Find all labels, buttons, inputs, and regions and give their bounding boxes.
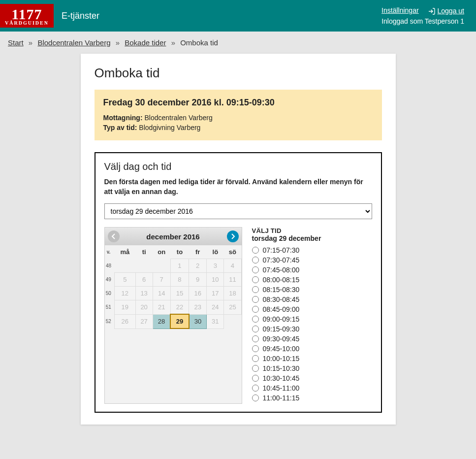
calendar: december 2016 v.måtiontofrlösö 481234495…: [104, 227, 242, 404]
calendar-weekday-header: ti: [135, 245, 153, 259]
time-slot[interactable]: 11:00-11:15: [252, 394, 372, 402]
main-card: Omboka tid Fredag 30 december 2016 kl. 0…: [81, 54, 396, 425]
calendar-day: 2: [189, 259, 207, 273]
calendar-blank: [224, 314, 241, 328]
time-slot-label: 07:15-07:30: [263, 246, 300, 254]
breadcrumb-link[interactable]: Blodcentralen Varberg: [37, 38, 110, 47]
calendar-weekday-header: fr: [189, 245, 207, 259]
calendar-day: 7: [153, 273, 170, 287]
time-slot-radio[interactable]: [252, 306, 259, 313]
time-slot[interactable]: 09:00-09:15: [252, 315, 372, 323]
calendar-weekday-header: on: [153, 245, 170, 259]
time-slot[interactable]: 09:30-09:45: [252, 335, 372, 343]
breadcrumb-current: Omboka tid: [180, 38, 218, 47]
time-slot-label: 08:45-09:00: [263, 305, 300, 313]
time-slot-label: 10:30-10:45: [263, 374, 300, 382]
time-slot-radio[interactable]: [252, 286, 259, 293]
calendar-day: 9: [189, 273, 207, 287]
time-slot[interactable]: 10:15-10:30: [252, 364, 372, 372]
time-slot[interactable]: 07:45-08:00: [252, 266, 372, 274]
time-slot-radio[interactable]: [252, 326, 259, 332]
time-slot-radio[interactable]: [252, 247, 259, 254]
calendar-day: 27: [135, 314, 153, 328]
time-slot-label: 10:15-10:30: [263, 364, 300, 372]
picker-heading: Välj dag och tid: [104, 161, 372, 172]
time-slot[interactable]: 08:15-08:30: [252, 286, 372, 294]
calendar-day: 24: [207, 300, 224, 315]
time-slot-radio[interactable]: [252, 375, 259, 382]
calendar-day: 20: [135, 300, 153, 315]
breadcrumb-link[interactable]: Start: [8, 38, 24, 47]
calendar-day: 21: [153, 300, 170, 315]
time-slot-radio[interactable]: [252, 257, 259, 263]
time-slot-label: 10:00-10:15: [263, 355, 300, 362]
time-slot-radio[interactable]: [252, 316, 259, 323]
time-slot-radio[interactable]: [252, 266, 259, 273]
time-column: VÄLJ TID torsdag 29 december 07:15-07:30…: [252, 227, 372, 404]
calendar-title: december 2016: [146, 232, 199, 241]
time-slot[interactable]: 09:15-09:30: [252, 325, 372, 333]
calendar-week-number: 49: [105, 273, 115, 287]
time-slot[interactable]: 09:45-10:00: [252, 345, 372, 353]
breadcrumb-link[interactable]: Bokade tider: [125, 38, 166, 47]
calendar-weekday-header: må: [115, 245, 136, 259]
calendar-weekday-header: lö: [207, 245, 224, 259]
page-title: Omboka tid: [95, 66, 382, 81]
calendar-weekday-header: to: [170, 245, 189, 259]
time-slot-radio[interactable]: [252, 276, 259, 283]
time-slot-radio[interactable]: [252, 345, 259, 352]
calendar-day: 22: [170, 300, 189, 315]
time-slot[interactable]: 08:45-09:00: [252, 305, 372, 313]
calendar-day: 1: [170, 259, 189, 273]
time-slot-radio[interactable]: [252, 335, 259, 342]
time-slot-label: 09:15-09:30: [263, 325, 300, 333]
time-slot[interactable]: 07:30-07:45: [252, 256, 372, 264]
time-heading: VÄLJ TID: [252, 227, 372, 234]
time-slot[interactable]: 08:00-08:15: [252, 276, 372, 284]
time-slot-radio[interactable]: [252, 385, 259, 392]
logout-icon: [428, 6, 438, 15]
time-slot[interactable]: 10:00-10:15: [252, 355, 372, 362]
appointment-reception: Mottagning: Blodcentralen Varberg: [103, 114, 373, 122]
time-subheading: torsdag 29 december: [252, 234, 372, 242]
chevron-left-icon: [111, 233, 117, 239]
time-slot-radio[interactable]: [252, 355, 259, 362]
time-slot-label: 08:15-08:30: [263, 286, 300, 294]
calendar-table: v.måtiontofrlösö 48123449567891011501213…: [105, 245, 242, 329]
calendar-day[interactable]: 28: [153, 314, 170, 328]
site-header: 1177 VÅRDGUIDEN E-tjänster Inställningar…: [0, 0, 476, 32]
calendar-day: 19: [115, 300, 136, 315]
calendar-week-number: 48: [105, 259, 115, 273]
calendar-day: 26: [115, 314, 136, 328]
calendar-day: 11: [224, 273, 241, 287]
calendar-prev-button: [108, 230, 120, 242]
time-slot-radio[interactable]: [252, 394, 259, 401]
time-list: 07:15-07:3007:30-07:4507:45-08:0008:00-0…: [252, 246, 372, 402]
appointment-datetime: Fredag 30 december 2016 kl. 09:15-09:30: [103, 98, 373, 108]
calendar-header: december 2016: [105, 228, 242, 245]
calendar-day[interactable]: 30: [189, 314, 207, 328]
time-slot[interactable]: 07:15-07:30: [252, 246, 372, 254]
date-select[interactable]: torsdag 29 december 2016: [104, 203, 372, 219]
time-slot[interactable]: 10:45-11:00: [252, 384, 372, 392]
time-slot-label: 09:30-09:45: [263, 335, 300, 343]
chevron-right-icon: [230, 233, 236, 239]
time-slot-radio[interactable]: [252, 365, 259, 372]
calendar-next-button[interactable]: [227, 230, 239, 242]
calendar-day: 31: [207, 314, 224, 328]
calendar-blank: [115, 259, 136, 273]
logout-link[interactable]: Logga ut: [438, 7, 465, 15]
time-slot-label: 09:00-09:15: [263, 315, 300, 323]
site-logo[interactable]: 1177 VÅRDGUIDEN: [0, 4, 54, 28]
calendar-blank: [153, 259, 170, 273]
calendar-day: 16: [189, 287, 207, 300]
calendar-week-number: 50: [105, 287, 115, 300]
time-slot[interactable]: 08:30-08:45: [252, 295, 372, 303]
time-slot-radio[interactable]: [252, 296, 259, 303]
time-slot[interactable]: 10:30-10:45: [252, 374, 372, 382]
calendar-weekday-header: sö: [224, 245, 241, 259]
settings-link[interactable]: Inställningar: [381, 6, 419, 14]
brand-subtitle: E-tjänster: [62, 11, 99, 21]
calendar-day[interactable]: 29: [170, 314, 189, 328]
time-slot-label: 10:45-11:00: [263, 384, 300, 392]
